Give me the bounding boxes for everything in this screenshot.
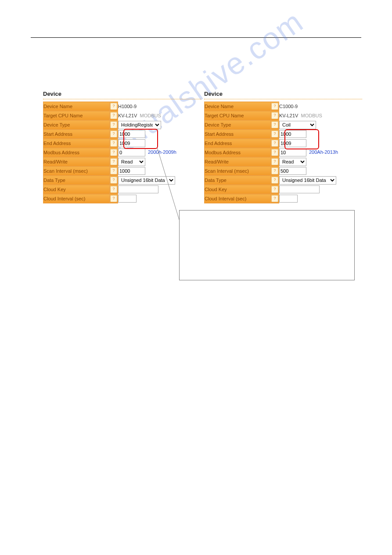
label-start-address: Start Address <box>43 131 72 137</box>
row-device-type: Device Type ? Coil <box>205 120 362 130</box>
form-left: Device Name ? H1000-9 Target CPU Name ? … <box>43 102 201 203</box>
row-end-address: End Address ? <box>43 139 201 148</box>
divider-dotted <box>43 99 201 100</box>
select-device-type[interactable]: Coil <box>279 121 316 129</box>
label-modbus-address: Modbus Address <box>205 150 241 155</box>
input-start-address[interactable] <box>118 130 145 138</box>
value-device-name: H1000-9 <box>118 104 137 109</box>
row-device-name: Device Name ? H1000-9 <box>43 102 201 111</box>
value-target-cpu: KV-L21V <box>279 113 298 118</box>
row-scan-interval: Scan Interval (msec) ? <box>43 167 201 176</box>
header-rule <box>31 37 361 38</box>
help-icon[interactable]: ? <box>271 195 278 202</box>
help-icon[interactable]: ? <box>271 112 278 119</box>
label-start-address: Start Address <box>205 131 234 137</box>
value-target-cpu-suffix: MODBUS <box>140 113 161 118</box>
row-end-address: End Address ? <box>205 139 362 148</box>
input-modbus-address[interactable] <box>118 149 145 156</box>
row-modbus-address: Modbus Address ? 200Ah-2013h <box>205 148 362 157</box>
row-read-write: Read/Write ? Read <box>43 157 201 167</box>
label-cloud-interval: Cloud Interval (sec) <box>43 196 85 201</box>
device-panel-right: Device Device Name ? C1000-9 Target CPU … <box>204 91 362 203</box>
label-data-type: Data Type <box>205 178 227 183</box>
modbus-range-note: 200Ah-2013h <box>309 149 338 155</box>
help-icon[interactable]: ? <box>110 112 117 119</box>
value-device-name: C1000-9 <box>279 104 298 109</box>
row-cloud-interval: Cloud Interval (sec) ? <box>43 194 201 203</box>
help-icon[interactable]: ? <box>271 158 278 165</box>
label-device-name: Device Name <box>205 104 234 109</box>
label-cloud-interval: Cloud Interval (sec) <box>205 196 246 201</box>
label-target-cpu: Target CPU Name <box>205 113 244 118</box>
row-modbus-address: Modbus Address ? 2000h-2009h <box>43 148 201 157</box>
row-start-address: Start Address ? <box>205 130 362 139</box>
panel-title-left: Device <box>43 91 201 97</box>
label-device-type: Device Type <box>205 122 231 127</box>
form-right: Device Name ? C1000-9 Target CPU Name ? … <box>204 102 362 203</box>
label-cloud-key: Cloud Key <box>43 187 66 192</box>
input-scan-interval[interactable] <box>279 167 306 175</box>
input-scan-interval[interactable] <box>118 167 145 175</box>
input-start-address[interactable] <box>279 130 306 138</box>
help-icon[interactable]: ? <box>110 167 117 174</box>
help-icon[interactable]: ? <box>110 177 117 184</box>
input-modbus-address[interactable] <box>279 149 306 156</box>
label-end-address: End Address <box>43 141 71 146</box>
row-cloud-key: Cloud Key ? <box>43 185 201 194</box>
label-data-type: Data Type <box>43 178 65 183</box>
help-icon[interactable]: ? <box>271 140 278 147</box>
row-data-type: Data Type ? Unsigned 16bit Data <box>43 176 201 185</box>
divider-dotted <box>204 99 362 100</box>
label-modbus-address: Modbus Address <box>43 150 79 155</box>
label-target-cpu: Target CPU Name <box>43 113 83 118</box>
select-data-type[interactable]: Unsigned 16bit Data <box>118 176 175 185</box>
input-end-address[interactable] <box>118 139 145 147</box>
select-device-type[interactable]: HoldingRegister <box>118 121 161 129</box>
help-icon[interactable]: ? <box>110 195 117 202</box>
help-icon[interactable]: ? <box>271 103 278 110</box>
help-icon[interactable]: ? <box>271 186 278 193</box>
label-read-write: Read/Write <box>43 159 68 164</box>
input-end-address[interactable] <box>279 139 306 147</box>
input-cloud-interval[interactable] <box>118 195 137 203</box>
row-start-address: Start Address ? <box>43 130 201 139</box>
value-target-cpu-suffix: MODBUS <box>301 113 322 118</box>
device-panel-left: Device Device Name ? H1000-9 Target CPU … <box>43 91 201 203</box>
help-icon[interactable]: ? <box>271 177 278 184</box>
row-data-type: Data Type ? Unsigned 16bit Data <box>205 176 362 185</box>
select-read-write[interactable]: Read <box>118 158 145 166</box>
row-device-name: Device Name ? C1000-9 <box>205 102 362 111</box>
select-data-type[interactable]: Unsigned 16bit Data <box>279 176 336 185</box>
input-cloud-key[interactable] <box>279 185 320 193</box>
label-end-address: End Address <box>205 141 232 146</box>
help-icon[interactable]: ? <box>110 149 117 156</box>
help-icon[interactable]: ? <box>110 186 117 193</box>
help-icon[interactable]: ? <box>110 140 117 147</box>
panel-title-right: Device <box>204 91 362 97</box>
row-read-write: Read/Write ? Read <box>205 157 362 167</box>
help-icon[interactable]: ? <box>271 167 278 174</box>
input-cloud-key[interactable] <box>118 185 158 193</box>
row-target-cpu: Target CPU Name ? KV-L21V MODBUS <box>43 111 201 120</box>
help-icon[interactable]: ? <box>110 131 117 138</box>
row-cloud-interval: Cloud Interval (sec) ? <box>205 194 362 203</box>
row-device-type: Device Type ? HoldingRegister <box>43 120 201 130</box>
select-read-write[interactable]: Read <box>279 158 306 166</box>
help-icon[interactable]: ? <box>271 131 278 138</box>
label-read-write: Read/Write <box>205 159 229 164</box>
value-target-cpu: KV-L21V <box>118 113 137 118</box>
label-scan-interval: Scan Interval (msec) <box>205 168 249 174</box>
help-icon[interactable]: ? <box>110 121 117 128</box>
callout-box <box>179 210 355 280</box>
label-scan-interval: Scan Interval (msec) <box>43 168 88 174</box>
label-cloud-key: Cloud Key <box>205 187 227 192</box>
help-icon[interactable]: ? <box>110 158 117 165</box>
help-icon[interactable]: ? <box>110 103 117 110</box>
help-icon[interactable]: ? <box>271 149 278 156</box>
input-cloud-interval[interactable] <box>279 195 298 203</box>
label-device-type: Device Type <box>43 122 70 127</box>
row-scan-interval: Scan Interval (msec) ? <box>205 167 362 176</box>
label-device-name: Device Name <box>43 104 72 109</box>
modbus-range-note: 2000h-2009h <box>148 149 176 155</box>
help-icon[interactable]: ? <box>271 121 278 128</box>
